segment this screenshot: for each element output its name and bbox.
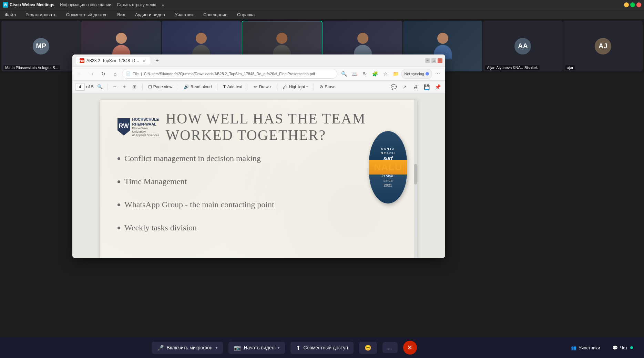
- menu-indicator: ∧: [162, 3, 164, 7]
- sync-dot: [426, 72, 429, 76]
- comment-button[interactable]: 💬: [389, 82, 398, 92]
- erase-icon: ⊘: [319, 84, 323, 89]
- pdf-bullets: Conflict management in decision making T…: [117, 154, 400, 232]
- bullet-text-4: Weekly tasks division: [124, 223, 197, 232]
- page-input[interactable]: [75, 83, 85, 91]
- divider-3: [178, 83, 178, 90]
- zoom-out-button[interactable]: −: [111, 83, 119, 91]
- hide-menu-item[interactable]: Скрыть строку меню: [117, 2, 156, 7]
- maximize-button[interactable]: [630, 2, 635, 7]
- mic-button[interactable]: 🎤 Включить микрофон ▾: [152, 342, 223, 354]
- end-call-button[interactable]: ✕: [403, 341, 417, 355]
- new-tab-button[interactable]: +: [153, 57, 161, 65]
- not-syncing-badge[interactable]: Not syncing: [401, 69, 432, 79]
- zoom-in-button[interactable]: +: [120, 83, 129, 91]
- back-button[interactable]: ←: [75, 69, 85, 79]
- home-button[interactable]: ⌂: [110, 69, 120, 79]
- menu-file[interactable]: Файл: [3, 11, 18, 18]
- minimize-window-btn[interactable]: −: [425, 58, 430, 63]
- share-button[interactable]: ⬆ Совместный доступ: [290, 342, 354, 354]
- minimize-button[interactable]: [624, 2, 629, 7]
- bullet-4: Weekly tasks division: [117, 223, 400, 232]
- mic-icon: 🎤: [157, 345, 164, 351]
- pdf-scrollbar[interactable]: [414, 100, 417, 258]
- video-tile-7[interactable]: AA Aijan Alybaeva KNAU Bishkek: [483, 21, 562, 71]
- forward-button[interactable]: →: [87, 69, 96, 79]
- scrollbar-thumb[interactable]: [414, 164, 417, 185]
- video-button[interactable]: 📷 Начать видео ▾: [228, 342, 285, 354]
- refresh2-button[interactable]: ↻: [360, 69, 370, 79]
- read-aloud-icon: 🔊: [184, 84, 189, 89]
- add-text-label: Add text: [227, 84, 242, 89]
- participants-button[interactable]: 👥 Участники: [567, 343, 604, 352]
- mic-chevron: ▾: [216, 346, 217, 350]
- fit-page-button[interactable]: ⊞: [130, 82, 140, 92]
- bottom-right-buttons: 👥 Участники 💬 Чат: [567, 343, 637, 352]
- share-pdf-button[interactable]: ↗: [400, 82, 409, 92]
- pin-button[interactable]: 📌: [433, 82, 442, 92]
- more-label: ...: [388, 345, 392, 350]
- reactions-button[interactable]: 😊: [359, 342, 377, 354]
- video-icon: 📷: [234, 345, 241, 351]
- sticker-year: 2021: [384, 183, 392, 187]
- chat-button[interactable]: 💬 Чат: [608, 343, 637, 352]
- read-aloud-button[interactable]: 🔊 Read aloud: [181, 82, 214, 92]
- bottom-control-bar: 🎤 Включить микрофон ▾ 📷 Начать видео ▾ ⬆…: [0, 337, 644, 358]
- zoom-button[interactable]: 🔍: [339, 69, 349, 79]
- highlight-button[interactable]: 🖊 Highlight ▾: [280, 82, 311, 92]
- favorites-button[interactable]: ☆: [381, 69, 390, 79]
- add-text-button[interactable]: T Add text: [220, 82, 245, 92]
- menu-meeting[interactable]: Совещание: [201, 11, 229, 18]
- sticker-since: SINCE: [383, 179, 393, 182]
- more-options-button[interactable]: ⋯: [433, 69, 442, 79]
- menu-edit[interactable]: Редактировать: [23, 11, 59, 18]
- erase-button[interactable]: ⊘ Erase: [317, 82, 338, 92]
- participants-label: Участники: [579, 345, 600, 350]
- sticker-nalu: NALU: [374, 162, 402, 173]
- menu-help[interactable]: Справка: [235, 11, 257, 18]
- address-bar[interactable]: 📄 File | C:/Users/Sikander%20jumma/Downl…: [122, 69, 337, 79]
- print-button[interactable]: 🖨: [411, 82, 420, 92]
- bullet-dot-2: [117, 180, 120, 183]
- divider-6: [277, 83, 277, 90]
- video-tile-8[interactable]: AJ ajar: [563, 21, 643, 71]
- collections-button[interactable]: 📁: [391, 69, 401, 79]
- search-icon-btn[interactable]: 🔍: [95, 82, 105, 92]
- page-view-button[interactable]: ⊡ Page view: [145, 82, 175, 92]
- info-menu-item[interactable]: Информация о совещании: [60, 2, 111, 7]
- tab-close-button[interactable]: ×: [142, 58, 146, 63]
- draw-button[interactable]: ✏ Draw ▾: [251, 82, 274, 92]
- menu-audio-video[interactable]: Аудио и видео: [133, 11, 167, 18]
- restore-window-btn[interactable]: □: [431, 58, 436, 63]
- menu-participant[interactable]: Участник: [173, 11, 196, 18]
- browser-navbar: ← → ↻ ⌂ 📄 File | C:/Users/Sikander%20jum…: [72, 67, 445, 81]
- participant-name-7: Aijan Alybaeva KNAU Bishkek: [485, 65, 539, 70]
- bullet-dot-1: [117, 157, 120, 160]
- uni-subtitle: Rhine-Waal Universityof Applied Sciences: [132, 127, 160, 137]
- reactions-icon: 😊: [365, 345, 371, 351]
- read-button[interactable]: 📖: [350, 69, 359, 79]
- participant-name-1: Maria Pliasovskaia Vologda S...: [3, 65, 60, 70]
- browser-tab[interactable]: PDF AB28.2_TopSim_17848_Do_et al... ×: [75, 57, 151, 64]
- menu-view[interactable]: Вид: [115, 11, 127, 18]
- sticker-surf: surf: [384, 156, 392, 161]
- pdf-page-header: RW HOCHSCHULERHEIN-WAAL Rhine-Waal Unive…: [117, 110, 400, 143]
- refresh-button[interactable]: ↻: [99, 69, 108, 79]
- save-button[interactable]: 💾: [422, 82, 431, 92]
- close-window-btn[interactable]: ×: [438, 58, 442, 63]
- close-button[interactable]: [636, 2, 641, 7]
- nav-icon-group: 🔍 📖 ↻ 🧩 ☆ 📁 Not syncing ⋯: [339, 69, 442, 79]
- surf-sticker: SANTA BEACH surf NALU in style SINCE 202…: [366, 128, 410, 207]
- video-tile-1[interactable]: MP Maria Pliasovskaia Vologda S...: [1, 21, 81, 71]
- avatar-8: AJ: [595, 38, 611, 54]
- pdf-icon: PDF: [80, 58, 84, 63]
- bullet-2: Time Management: [117, 177, 400, 186]
- bullet-text-1: Conflict management in decision making: [124, 154, 261, 163]
- menu-share[interactable]: Совместный доступ: [64, 11, 110, 18]
- app-logo: W Cisco Webex Meetings: [3, 2, 54, 8]
- share-label: Совместный доступ: [303, 345, 348, 350]
- bullet-text-3: WhatsApp Group - the main contacting poi…: [124, 200, 274, 209]
- surf-board-shape: SANTA BEACH surf NALU in style SINCE 202…: [369, 131, 407, 203]
- more-button[interactable]: ...: [382, 342, 398, 353]
- extensions-button[interactable]: 🧩: [370, 69, 380, 79]
